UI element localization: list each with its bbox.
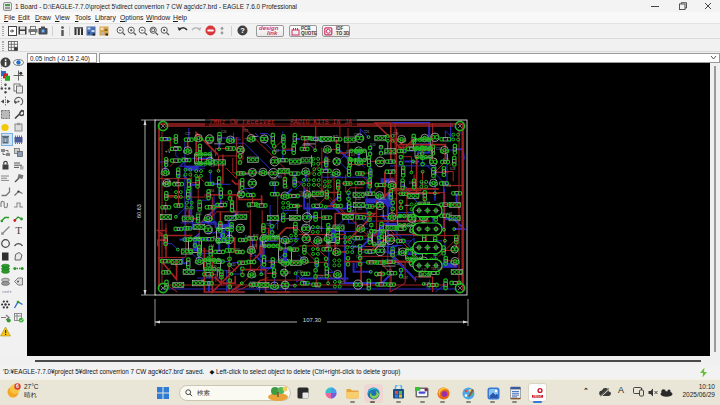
svg-text:R34: R34	[213, 236, 219, 240]
svg-text:C16: C16	[272, 235, 278, 239]
svg-text:L29: L29	[418, 274, 423, 278]
svg-text:R9: R9	[278, 175, 282, 179]
svg-text:L36: L36	[380, 244, 385, 248]
svg-text:R7: R7	[385, 180, 389, 184]
svg-text:R8: R8	[365, 193, 369, 197]
svg-text:L1: L1	[413, 182, 417, 186]
svg-text:L12: L12	[223, 201, 228, 205]
svg-text:107.30: 107.30	[303, 317, 322, 323]
svg-text:T9: T9	[392, 169, 396, 173]
svg-text:?: ?	[240, 26, 245, 35]
svg-text:L5: L5	[278, 285, 282, 289]
svg-text:D5: D5	[358, 207, 362, 211]
svg-text:D1: D1	[346, 150, 350, 154]
svg-text:L10: L10	[249, 285, 254, 289]
svg-text:L16: L16	[426, 155, 431, 159]
svg-text:T1: T1	[217, 139, 221, 143]
svg-text:R27: R27	[354, 245, 360, 249]
svg-text:C34: C34	[196, 212, 202, 216]
svg-text:D10: D10	[399, 224, 405, 228]
svg-text:R32: R32	[252, 244, 258, 248]
svg-text:D40: D40	[245, 235, 251, 239]
svg-text:R23: R23	[238, 191, 244, 195]
svg-text:D12: D12	[325, 159, 331, 163]
svg-text:T32: T32	[431, 267, 437, 271]
svg-text:R17: R17	[391, 198, 397, 202]
svg-text:C13: C13	[289, 217, 295, 221]
svg-text:D35: D35	[260, 244, 266, 248]
svg-text:C38: C38	[271, 177, 277, 181]
svg-text:T25: T25	[226, 270, 232, 274]
svg-text:R11: R11	[446, 184, 452, 188]
svg-text:D28: D28	[450, 167, 456, 171]
svg-text:T25: T25	[235, 248, 241, 252]
svg-text:RADIO KITS IN JA: RADIO KITS IN JA	[290, 119, 352, 126]
svg-text:T1: T1	[217, 270, 221, 274]
svg-text:R25: R25	[385, 240, 391, 244]
svg-text:L13: L13	[274, 149, 279, 153]
svg-text:C10: C10	[436, 147, 442, 151]
svg-text:7MHz CW receiver: 7MHz CW receiver	[209, 119, 275, 126]
svg-text:C28: C28	[393, 132, 399, 136]
svg-text:C19: C19	[181, 157, 187, 161]
svg-text:D37: D37	[250, 281, 256, 285]
svg-text:R29: R29	[417, 153, 423, 157]
svg-text:L13: L13	[387, 269, 392, 273]
svg-text:T: T	[15, 225, 22, 236]
svg-text:R25: R25	[333, 135, 339, 139]
svg-text:R15: R15	[280, 159, 286, 163]
svg-text:R16: R16	[315, 285, 321, 289]
svg-text:C24: C24	[394, 262, 400, 266]
svg-text:EAGLE: EAGLE	[533, 394, 542, 398]
svg-text:T21: T21	[315, 139, 321, 143]
svg-text:C11: C11	[354, 133, 360, 137]
svg-text:C33: C33	[285, 271, 291, 275]
svg-text:T4: T4	[201, 279, 205, 283]
svg-text:D6: D6	[367, 231, 371, 235]
svg-text:C15: C15	[349, 210, 355, 214]
svg-text:T36: T36	[299, 191, 305, 195]
svg-text:T34: T34	[209, 189, 215, 193]
svg-text:R9: R9	[379, 145, 383, 149]
svg-text:C26: C26	[239, 149, 245, 153]
svg-text:T19: T19	[420, 182, 426, 186]
svg-text:C25: C25	[356, 255, 362, 259]
svg-text:L34: L34	[447, 212, 452, 216]
svg-text:6: 6	[16, 383, 19, 389]
svg-text:D6: D6	[327, 244, 331, 248]
svg-text:D11: D11	[419, 192, 425, 196]
svg-text:R36: R36	[173, 181, 179, 185]
svg-text:L11: L11	[422, 268, 427, 272]
svg-text:D13: D13	[370, 143, 376, 147]
svg-text:R40: R40	[211, 265, 217, 269]
svg-text:C9: C9	[436, 203, 440, 207]
svg-text:D25: D25	[207, 141, 213, 145]
svg-text:T14: T14	[194, 236, 200, 240]
svg-text:L14: L14	[209, 244, 214, 248]
svg-text:T5: T5	[304, 170, 308, 174]
svg-text:C40: C40	[317, 238, 323, 242]
svg-text:D19: D19	[317, 226, 323, 230]
svg-text:T22: T22	[266, 223, 272, 227]
svg-text:L12: L12	[413, 161, 418, 165]
svg-text:C33: C33	[206, 275, 212, 279]
svg-text:L26: L26	[231, 210, 236, 214]
svg-text:C12: C12	[283, 186, 289, 190]
svg-text:C20: C20	[221, 130, 227, 134]
svg-text:R22: R22	[339, 281, 345, 285]
svg-text:D7: D7	[351, 153, 355, 157]
svg-text:L4: L4	[382, 152, 386, 156]
svg-text:L25: L25	[279, 258, 284, 262]
svg-text:C27: C27	[185, 132, 191, 136]
svg-text:R12: R12	[285, 241, 291, 245]
svg-text:D38: D38	[305, 194, 311, 198]
svg-text:C28: C28	[300, 257, 306, 261]
svg-text:T8: T8	[330, 174, 334, 178]
svg-text:T33: T33	[302, 224, 308, 228]
svg-text:L22: L22	[356, 197, 361, 201]
svg-text:ANT: ANT	[162, 181, 171, 186]
svg-text:R17: R17	[443, 158, 449, 162]
svg-text:T28: T28	[318, 275, 324, 279]
svg-text:D6: D6	[165, 159, 169, 163]
svg-text:R33: R33	[253, 234, 259, 238]
